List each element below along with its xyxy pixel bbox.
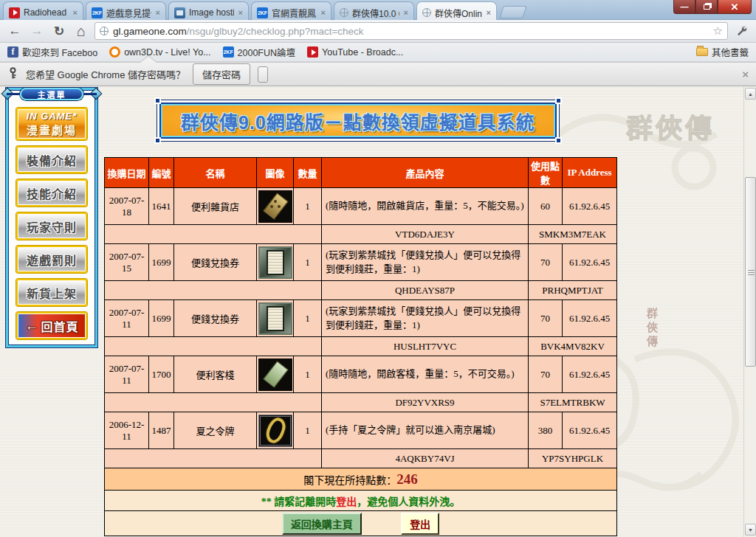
cell-code1: 4AQKBY74VJ [322,449,529,468]
code-row-spacer [105,225,322,244]
sidebar-item-home[interactable]: ←回首頁 [16,312,87,339]
tab-title: 群俠傳10.0 Onlin [352,7,399,19]
sidebar-item-penalties[interactable]: 遊戲罰則 [16,246,87,273]
cell-code1: VTD6DAJE3Y [322,225,529,244]
new-tab-button[interactable] [499,6,527,18]
code-row: DF92YVXRS9 S7ELMTRBKW [105,393,617,412]
col-desc: 產品內容 [322,158,529,188]
tab-game-10[interactable]: 群俠傳10.0 Onlin × [334,1,414,20]
col-id: 編號 [149,158,174,188]
bookmark-label: 2000FUN論壇 [238,45,296,59]
facebook-favicon: f [7,46,18,58]
home-button[interactable]: ⌂ [72,22,90,40]
logout-button[interactable]: 登出 [401,513,439,535]
table-header-row: 換購日期 編號 名稱 圖像 數量 產品內容 使用點數 IP Address [105,158,617,188]
bookmark-own3d[interactable]: own3D.tv - Live! Yo... [109,46,210,58]
vertical-scrollbar[interactable]: ▲ ▼ [743,86,756,537]
corner-ornament-icon [555,97,562,104]
table-row: 2007-07-11 1699 便錢兌換券 1 (玩家到紫禁城找「便錢兌換人」便… [105,300,617,337]
bookmark-youtube[interactable]: YouTube - Broadc... [307,46,403,58]
globe-favicon [422,8,431,17]
cell-points: 380 [529,412,563,449]
cell-id: 1487 [149,412,174,449]
code-row: 4AQKBY74VJ YP7SYHPGLK [105,449,617,468]
cell-code1: HUSLHT7VYC [322,337,529,356]
code-row: HUSLHT7VYC BVK4MV82KV [105,337,617,356]
sidebar-item-player-rules[interactable]: 玩家守則 [16,212,87,240]
col-ip: IP Address [563,158,617,188]
code-row-spacer [105,281,322,300]
reload-button[interactable]: ↻ [50,22,68,40]
col-points: 使用點數 [529,158,563,188]
sidebar-item-equipment[interactable]: 裝備介紹 [16,146,87,173]
tab-close-icon[interactable]: × [155,8,161,17]
col-image: 圖像 [257,158,294,188]
points-summary-label: 閣下現在所持點數： [303,475,396,486]
back-to-shop-button[interactable]: 返回換購主頁 [282,513,362,535]
other-bookmarks-button[interactable]: 其他書籤 [696,45,749,59]
code-row-spacer [105,449,322,468]
cell-ip: 61.92.6.45 [563,188,617,225]
table-row: 2007-07-18 1641 便利雜貨店 1 (隨時隨地，開啟雜貨店，重量：5… [105,188,617,225]
cell-name: 便利客棧 [174,356,257,393]
other-bookmarks-label: 其他書籤 [712,45,749,59]
minimize-button[interactable]: — [673,0,695,14]
tab-image-hosting[interactable]: Image hosting, fr × [168,1,249,20]
cell-desc: (隨時隨地，開啟客棧，重量：5，不可交易。) [322,356,529,393]
infobar-close-icon[interactable]: × [742,68,749,80]
tab-close-icon[interactable]: × [72,8,78,17]
cell-name: 便利雜貨店 [174,188,257,225]
cell-date: 2007-07-18 [105,188,149,225]
tab-title: Radiohead - Eve [24,7,69,18]
cell-id: 1700 [149,356,174,393]
cell-id: 1641 [149,188,174,225]
page-title-banner: 群俠傳9.0網路版－點數換領虛擬道具系統 [157,100,560,142]
tab-active-points[interactable]: 群俠傳Online :: 點 × [416,1,497,20]
browser-window: Radiohead - Eve × 2KF 遊戲意見提供【6 × Image h… [0,0,756,537]
cell-name: 夏之令牌 [174,412,257,449]
save-password-infobar: 您希望 Google Chrome 儲存密碼嗎？ 儲存密碼 × [0,62,756,86]
wrench-menu-icon[interactable] [732,22,750,40]
cell-ip: 61.92.6.45 [563,244,617,281]
never-save-button[interactable] [258,66,268,83]
url-text[interactable]: gl.gameone.com/nsgu/glbuy2/checklog.php?… [113,26,709,37]
bookmark-facebook[interactable]: f 歡迎來到 Faceboo [7,45,97,59]
tab-title: 遊戲意見提供【6 [106,7,151,19]
own3d-favicon [109,46,120,58]
back-button[interactable]: ← [6,22,24,40]
scroll-down-icon[interactable]: ▼ [745,524,756,536]
bookmark-2000fun[interactable]: 2KF 2000FUN論壇 [223,45,296,59]
forward-button[interactable]: → [28,22,46,40]
close-window-button[interactable]: ✕ [718,0,752,14]
tab-close-icon[interactable]: × [403,8,409,17]
tab-close-icon[interactable]: × [320,8,326,17]
item-image [258,246,292,279]
address-bar[interactable]: gl.gameone.com/nsgu/glbuy2/checklog.php?… [94,22,728,40]
bookmark-star-icon[interactable]: ☆ [713,24,723,38]
tab-game-feedback[interactable]: 2KF 遊戲意見提供【6 × [86,1,166,20]
item-image [258,190,292,223]
bookmarks-bar: f 歡迎來到 Faceboo own3D.tv - Live! Yo... 2K… [0,43,756,62]
tab-radiohead[interactable]: Radiohead - Eve × [3,1,83,20]
maximize-button[interactable] [695,0,718,14]
url-path: /nsgu/glbuy2/checklog.php?mact=check [187,26,364,37]
sidebar-item-skills[interactable]: 技能介紹 [16,179,87,207]
save-password-button[interactable]: 儲存密碼 [193,63,250,85]
sidebar-item-ingame-theater[interactable]: IN GAME* 漫畫劇場 [16,108,87,140]
folder-icon [696,48,708,56]
tab-official-sale[interactable]: 2KF 官網賣靚鳳 九天 × [251,1,331,20]
tab-close-icon[interactable]: × [486,8,492,17]
bookmark-label: YouTube - Broadc... [322,47,403,58]
scrollbar-thumb[interactable] [745,177,756,367]
tab-close-icon[interactable]: × [238,8,244,17]
browser-toolbar: ← → ↻ ⌂ gl.gameone.com/nsgu/glbuy2/check… [0,20,756,43]
corner-ornament-icon [154,97,161,104]
scroll-up-icon[interactable]: ▲ [745,88,756,100]
cell-code2: BVK4MV82KV [529,337,617,356]
corner-ornament-icon [154,137,161,144]
sidebar-item-new-goods[interactable]: 新貨上架 [16,279,87,306]
cell-name: 便錢兌換券 [174,300,257,337]
item-image [258,415,292,447]
table-row: 2006-12-11 1487 夏之令牌 1 (手持「夏之令牌」就可以進入南京屠… [105,412,617,449]
cell-points: 70 [529,300,563,337]
